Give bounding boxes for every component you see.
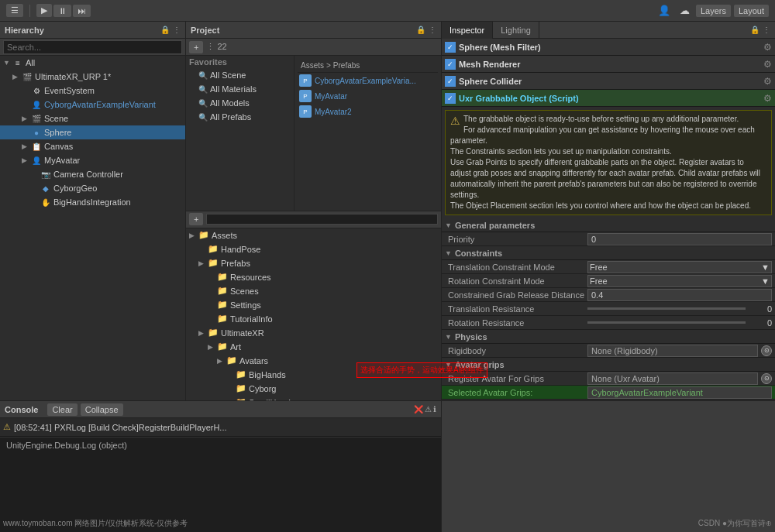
project-menu-icon[interactable]: ⋮ — [429, 26, 436, 34]
project-lock-icon[interactable]: 🔒 — [416, 26, 425, 34]
inspector-menu-icon[interactable]: ⋮ — [763, 26, 770, 34]
hierarchy-header: Hierarchy 🔒 ⋮ — [0, 22, 185, 39]
console-warn-icon[interactable]: ⚠ — [425, 405, 432, 414]
tree-item-myavatar[interactable]: ▶ 👤 MyAvatar — [0, 153, 185, 167]
constrained-grab-value[interactable] — [587, 289, 772, 301]
inspector-lock-icon[interactable]: 🔒 — [750, 26, 760, 34]
tree-item-ultimatexr[interactable]: ▶ 🎬 UltimateXR_URP 1* — [0, 70, 185, 84]
tree-item-cyborg[interactable]: 👤 CyborgAvatarExampleVariant — [0, 98, 185, 112]
comp-sphere-collider[interactable]: ✓ Sphere Collider ⚙ — [442, 73, 775, 90]
console-info-icon[interactable]: ℹ — [433, 405, 436, 414]
tab-inspector[interactable]: Inspector — [442, 22, 493, 39]
folder-resources[interactable]: 📁 Resources — [186, 270, 441, 284]
tree-item-canvas[interactable]: ▶ 📋 Canvas — [0, 139, 185, 153]
comp-mesh-renderer[interactable]: ✓ Mesh Renderer ⚙ — [442, 56, 775, 73]
account-icon[interactable]: 👤 — [655, 3, 673, 18]
register-avatar-select-btn[interactable]: ⊙ — [761, 373, 772, 384]
folder-label-prefabs: Prefabs — [221, 259, 250, 268]
rot-constraint-dropdown[interactable]: Free ▼ — [587, 275, 772, 287]
fav-all-prefabs[interactable]: 🔍 All Prefabs — [186, 110, 294, 124]
uxr-script-toggle[interactable]: ✓ — [445, 93, 456, 104]
console-warn-badge: ⚠ — [3, 422, 11, 432]
sphere-collider-gear[interactable]: ⚙ — [763, 76, 772, 87]
uxr-script-gear[interactable]: ⚙ — [763, 93, 772, 104]
folder-ultimatexr[interactable]: ▶ 📁 UltimateXR — [186, 326, 441, 340]
tree-item-eventsystem[interactable]: ⚙ EventSystem — [0, 84, 185, 98]
selected-avatar-value[interactable]: CyborgAvatarExampleVariant — [587, 386, 772, 399]
layout-button[interactable]: Layout — [734, 5, 769, 17]
folder-art[interactable]: ▶ 📁 Art — [186, 340, 441, 354]
project-add-btn[interactable]: + — [189, 41, 203, 53]
asset-myavatar[interactable]: P MyAvatar — [298, 88, 438, 104]
folder-handpose[interactable]: 📁 HandPose — [186, 242, 441, 256]
tab-lighting[interactable]: Lighting — [493, 22, 539, 39]
tree-item-cyborggeo[interactable]: ◆ CyborgGeo — [0, 181, 185, 195]
fav-all-scene[interactable]: 🔍 All Scene — [186, 68, 294, 82]
tree-item-camera[interactable]: 📷 Camera Controller — [0, 167, 185, 181]
mesh-renderer-toggle[interactable]: ✓ — [445, 59, 456, 70]
trans-resist-track — [587, 307, 746, 310]
cloud-icon[interactable]: ☁ — [677, 3, 693, 18]
fav-model-icon: 🔍 — [198, 99, 208, 108]
mesh-filter-toggle[interactable]: ✓ — [445, 42, 456, 53]
hierarchy-menu-icon[interactable]: ⋮ — [173, 26, 181, 34]
tree-label-bighands: BigHandsIntegration — [53, 197, 131, 207]
mesh-renderer-gear[interactable]: ⚙ — [763, 59, 772, 70]
section-physics[interactable]: ▼ Physics — [442, 330, 775, 344]
console-error-icon[interactable]: ❌ — [414, 405, 423, 414]
folder-tutorialinfo[interactable]: 📁 TutorialInfo — [186, 312, 441, 326]
fav-prefab-icon: 🔍 — [198, 113, 208, 122]
pause-button[interactable]: ⏸ — [53, 5, 71, 17]
priority-value[interactable] — [587, 233, 772, 245]
fav-all-models[interactable]: 🔍 All Models — [186, 96, 294, 110]
assets-add-btn[interactable]: + — [189, 213, 203, 225]
sphere-collider-toggle[interactable]: ✓ — [445, 76, 456, 87]
sep1 — [29, 5, 30, 17]
tree-label-cyborggeo: CyborgGeo — [53, 184, 97, 193]
console-log-detail: UnityEngine.Debug.Log (object) — [0, 437, 441, 453]
tree-icon-myavatar: 👤 — [31, 155, 42, 166]
constrained-grab-label: Constrained Grab Release Distance — [448, 290, 587, 300]
hierarchy-search-input[interactable] — [7, 43, 178, 52]
comp-mesh-filter[interactable]: ✓ Sphere (Mesh Filter) ⚙ — [442, 39, 775, 56]
asset-cyborgavatar[interactable]: P CyborgAvatarExampleVaria... — [298, 73, 438, 88]
prop-selected-avatar: Selected Avatar Grips: CyborgAvatarExamp… — [442, 386, 775, 400]
folder-settings[interactable]: 📁 Settings — [186, 298, 441, 312]
folder-assets[interactable]: ▶ 📁 Assets — [186, 228, 441, 242]
mesh-filter-gear[interactable]: ⚙ — [763, 42, 772, 53]
tree-item-all[interactable]: ▼ ≡ All — [0, 56, 185, 70]
tree-item-bighands[interactable]: ✋ BigHandsIntegration — [0, 195, 185, 209]
register-avatar-value[interactable]: None (Uxr Avatar) — [587, 372, 758, 385]
assets-search-input[interactable] — [210, 215, 434, 224]
rot-resist-val: 0 — [749, 318, 772, 328]
folder-bighands[interactable]: 📁 BigHands — [186, 368, 441, 382]
folder-scenes[interactable]: 📁 Scenes — [186, 284, 441, 298]
section-constraints[interactable]: ▼ Constraints — [442, 246, 775, 260]
console-collapse-btn[interactable]: Collapse — [81, 403, 123, 416]
layers-button[interactable]: Layers — [696, 5, 731, 17]
tree-icon-canvas: 📋 — [31, 141, 42, 152]
folder-avatars[interactable]: ▶ 📁 Avatars — [186, 354, 441, 368]
section-general[interactable]: ▼ General parameters — [442, 218, 775, 232]
rot-constraint-label: Rotation Constraint Mode — [448, 276, 587, 286]
inspector-content: ✓ Sphere (Mesh Filter) ⚙ ✓ Mesh Renderer… — [442, 39, 775, 400]
project-bottom: + ▶ 📁 Assets 📁 HandPose — [186, 211, 441, 401]
console-log-entry[interactable]: ⚠ [08:52:41] PXRLog [Build Check]Registe… — [0, 418, 441, 437]
menu-button[interactable]: ☰ — [6, 4, 23, 17]
folder-cyborg[interactable]: 📁 Cyborg — [186, 382, 441, 396]
step-button[interactable]: ⏭ — [73, 5, 91, 17]
comp-uxr-script[interactable]: ✓ Uxr Grabbable Object (Script) ⚙ — [442, 90, 775, 107]
hierarchy-lock-icon[interactable]: 🔒 — [160, 26, 170, 34]
console-clear-btn[interactable]: Clear — [47, 403, 77, 416]
trans-constraint-dropdown[interactable]: Free ▼ — [587, 261, 772, 273]
tree-item-sphere[interactable]: ● Sphere — [0, 125, 185, 139]
asset-myavatar2[interactable]: P MyAvatar2 — [298, 104, 438, 119]
tree-item-scene[interactable]: ▶ 🎬 Scene — [0, 112, 185, 125]
register-avatar-label: Register Avatar For Grips — [448, 374, 587, 383]
play-button[interactable]: ▶ — [36, 4, 52, 17]
rigidbody-select-btn[interactable]: ⊙ — [761, 345, 772, 356]
fav-all-materials[interactable]: 🔍 All Materials — [186, 82, 294, 96]
folder-prefabs[interactable]: ▶ 📁 Prefabs — [186, 256, 441, 270]
rigidbody-value[interactable]: None (Rigidbody) — [587, 345, 758, 357]
section-avatar-grips[interactable]: ▼ Avatar grips — [442, 358, 775, 372]
